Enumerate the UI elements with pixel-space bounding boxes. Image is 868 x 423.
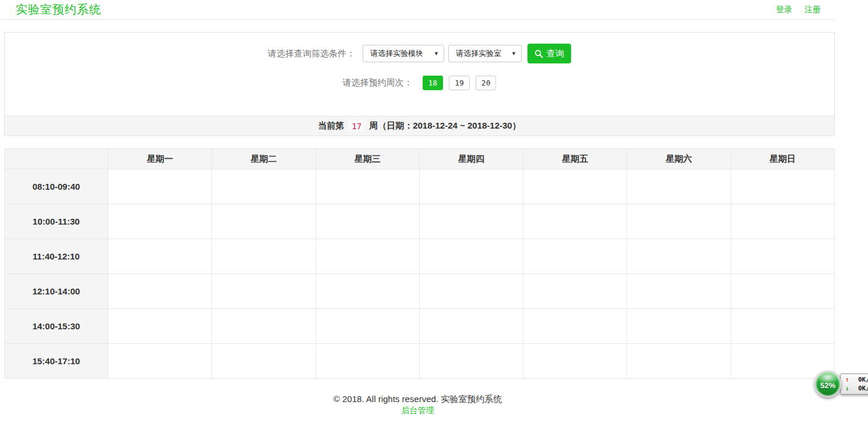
week-buttons: 181920 <box>423 76 497 90</box>
day-header: 星期五 <box>523 149 627 169</box>
schedule-cell[interactable] <box>108 204 212 239</box>
schedule-cell[interactable] <box>419 169 523 204</box>
schedule-cell[interactable] <box>523 239 627 274</box>
schedule-cell[interactable] <box>419 344 523 379</box>
schedule-cell[interactable] <box>212 309 316 344</box>
schedule-cell[interactable] <box>419 204 523 239</box>
schedule-row: 14:00-15:30 <box>5 309 835 344</box>
day-header: 星期六 <box>627 149 731 169</box>
schedule-cell[interactable] <box>316 274 419 309</box>
filter-panel: 请选择查询筛选条件： 请选择实验模块 ▼ 请选择实验室 ▼ 查询 请选择预约周次… <box>4 32 835 136</box>
register-link[interactable]: 注册 <box>805 5 821 15</box>
schedule-cell[interactable] <box>212 274 316 309</box>
schedule-cell[interactable] <box>523 344 627 379</box>
chevron-down-icon: ▼ <box>511 51 516 56</box>
schedule-body: 08:10-09:4010:00-11:3011:40-12:1012:10-1… <box>5 169 835 379</box>
current-week-suffix: 周（日期：2018-12-24 ~ 2018-12-30） <box>369 120 521 131</box>
search-icon <box>534 49 543 58</box>
search-button-label: 查询 <box>547 48 564 59</box>
schedule-cell[interactable] <box>419 309 523 344</box>
download-speed-row: ↓ 0K/s <box>845 384 868 393</box>
current-week-number: 17 <box>348 120 365 132</box>
time-slot-label: 08:10-09:40 <box>5 169 108 204</box>
schedule-cell[interactable] <box>523 204 627 239</box>
network-speed-panel: ↑ 0K/s ↓ 0K/s <box>840 374 868 394</box>
day-header: 星期四 <box>419 149 523 169</box>
schedule-table: 星期一星期二星期三星期四星期五星期六星期日 08:10-09:4010:00-1… <box>4 148 835 379</box>
time-slot-label: 12:10-14:00 <box>5 274 108 309</box>
schedule-cell[interactable] <box>731 169 834 204</box>
login-link[interactable]: 登录 <box>776 5 792 15</box>
schedule-cell[interactable] <box>731 204 834 239</box>
room-select-value: 请选择实验室 <box>456 48 501 59</box>
brand-title[interactable]: 实验室预约系统 <box>16 2 101 17</box>
schedule-cell[interactable] <box>316 204 419 239</box>
schedule-cell[interactable] <box>212 204 316 239</box>
schedule-header-row: 星期一星期二星期三星期四星期五星期六星期日 <box>5 149 835 169</box>
download-arrow-icon: ↓ <box>845 385 852 392</box>
schedule-row: 08:10-09:40 <box>5 169 835 204</box>
schedule-row: 15:40-17:10 <box>5 344 835 379</box>
schedule-cell[interactable] <box>731 274 834 309</box>
download-speed-value: 0K/s <box>858 385 868 392</box>
filter-condition-label: 请选择查询筛选条件： <box>268 48 355 59</box>
schedule-cell[interactable] <box>108 239 212 274</box>
page-footer: © 2018. All rights reserved. 实验室预约系统 后台管… <box>0 393 835 416</box>
schedule-cell[interactable] <box>316 239 419 274</box>
schedule-cell[interactable] <box>108 344 212 379</box>
week-button-18[interactable]: 18 <box>423 76 444 90</box>
week-button-19[interactable]: 19 <box>449 76 470 90</box>
time-slot-label: 14:00-15:30 <box>5 309 108 344</box>
upload-arrow-icon: ↑ <box>845 376 852 383</box>
schedule-row: 11:40-12:10 <box>5 239 835 274</box>
time-slot-label: 10:00-11:30 <box>5 204 108 239</box>
filter-condition-row: 请选择查询筛选条件： 请选择实验模块 ▼ 请选择实验室 ▼ 查询 <box>5 44 834 63</box>
schedule-cell[interactable] <box>627 344 731 379</box>
top-navbar: 实验室预约系统 登录 注册 <box>0 0 835 20</box>
upload-speed-value: 0K/s <box>858 376 868 383</box>
schedule-cell[interactable] <box>212 169 316 204</box>
schedule-cell[interactable] <box>627 274 731 309</box>
day-header: 星期日 <box>731 149 834 169</box>
admin-link[interactable]: 后台管理 <box>402 405 434 416</box>
module-select-value: 请选择实验模块 <box>370 48 423 59</box>
schedule-cell[interactable] <box>627 169 731 204</box>
schedule-cell[interactable] <box>627 204 731 239</box>
copyright-text: © 2018. All rights reserved. 实验室预约系统 <box>0 393 835 405</box>
schedule-cell[interactable] <box>731 309 834 344</box>
current-week-prefix: 当前第 <box>318 120 344 131</box>
schedule-corner-cell <box>5 149 108 169</box>
schedule-cell[interactable] <box>108 274 212 309</box>
time-slot-label: 11:40-12:10 <box>5 239 108 274</box>
schedule-cell[interactable] <box>316 344 419 379</box>
extension-percent-badge[interactable]: 52% <box>814 371 841 397</box>
schedule-cell[interactable] <box>316 169 419 204</box>
schedule-cell[interactable] <box>627 309 731 344</box>
day-header: 星期二 <box>212 149 316 169</box>
room-select[interactable]: 请选择实验室 ▼ <box>448 45 522 62</box>
week-select-row: 请选择预约周次： 181920 <box>5 75 834 90</box>
schedule-cell[interactable] <box>212 239 316 274</box>
schedule-cell[interactable] <box>731 239 834 274</box>
search-button[interactable]: 查询 <box>527 44 571 63</box>
upload-speed-row: ↑ 0K/s <box>845 375 868 384</box>
time-slot-label: 15:40-17:10 <box>5 344 108 379</box>
schedule-cell[interactable] <box>316 309 419 344</box>
schedule-cell[interactable] <box>419 274 523 309</box>
schedule-cell[interactable] <box>627 239 731 274</box>
schedule-cell[interactable] <box>212 344 316 379</box>
chevron-down-icon: ▼ <box>434 51 439 56</box>
schedule-cell[interactable] <box>523 309 627 344</box>
schedule-row: 10:00-11:30 <box>5 204 835 239</box>
schedule-cell[interactable] <box>108 309 212 344</box>
schedule-cell[interactable] <box>523 274 627 309</box>
week-button-20[interactable]: 20 <box>476 76 497 90</box>
day-header: 星期一 <box>108 149 212 169</box>
schedule-cell[interactable] <box>108 169 212 204</box>
percent-badge-value: 52% <box>820 381 835 390</box>
schedule-cell[interactable] <box>419 239 523 274</box>
current-week-bar: 当前第 17 周（日期：2018-12-24 ~ 2018-12-30） <box>5 116 834 136</box>
schedule-row: 12:10-14:00 <box>5 274 835 309</box>
module-select[interactable]: 请选择实验模块 ▼ <box>363 45 444 62</box>
schedule-cell[interactable] <box>523 169 627 204</box>
